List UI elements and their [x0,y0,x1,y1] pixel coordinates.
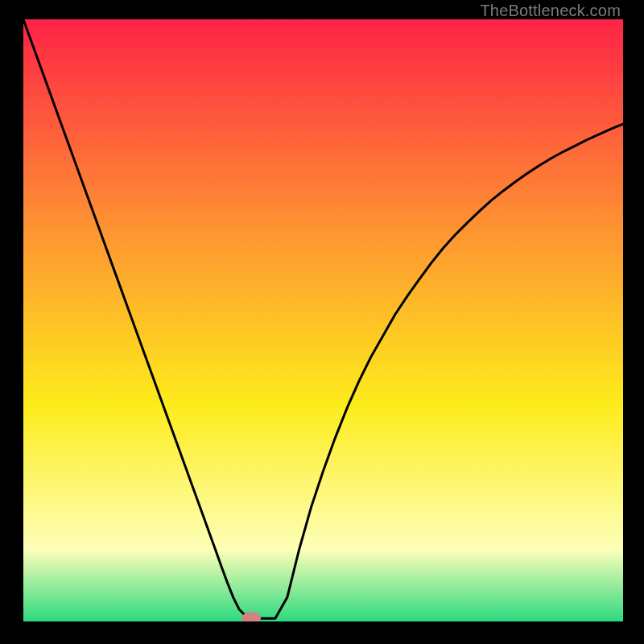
chart-frame: TheBottleneck.com [0,0,644,644]
watermark-text: TheBottleneck.com [480,2,621,20]
plot-area [23,19,623,621]
bottleneck-curve [23,19,623,621]
